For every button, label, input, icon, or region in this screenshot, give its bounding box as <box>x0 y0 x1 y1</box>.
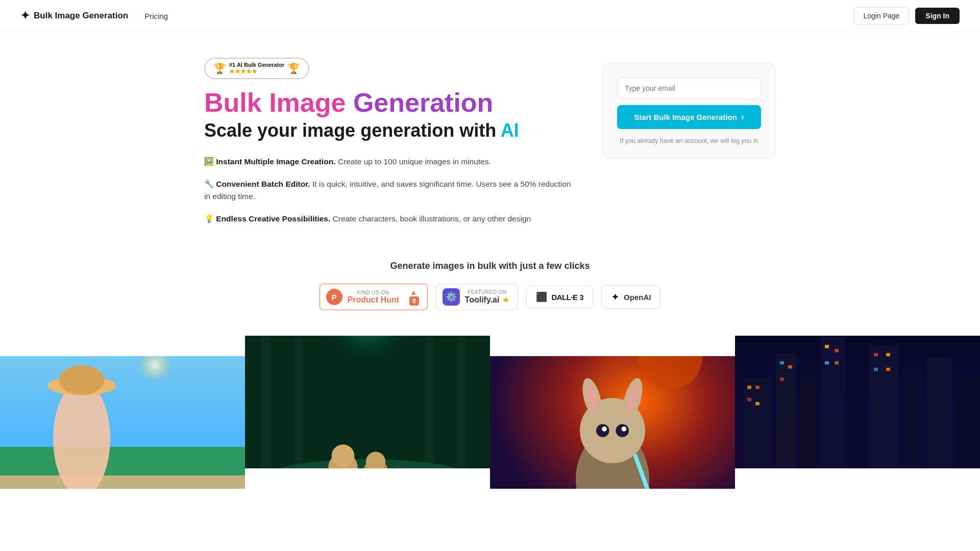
chevron-right-icon: › <box>741 112 744 122</box>
svg-rect-50 <box>902 369 923 468</box>
section-title: Generate images in bulk with just a few … <box>20 261 960 271</box>
svg-rect-53 <box>747 386 751 389</box>
feature-3-icon: 💡 <box>204 214 216 223</box>
signin-button[interactable]: Sign In <box>915 8 960 24</box>
producthunt-badge[interactable]: P FIND US ON Product Hunt ▲ 9 <box>320 284 428 310</box>
toolify-name: Toolify.ai <box>465 295 500 305</box>
svg-rect-55 <box>747 398 751 401</box>
svg-rect-51 <box>927 357 951 468</box>
award-text: #1 AI Bulk Generator <box>229 62 284 68</box>
svg-rect-54 <box>755 386 760 389</box>
pricing-link[interactable]: Pricing <box>144 12 168 20</box>
start-button-label: Start Bulk Image Generation <box>634 113 737 121</box>
producthunt-count: 9 <box>409 296 419 306</box>
svg-point-16 <box>332 445 355 468</box>
svg-rect-62 <box>825 361 829 364</box>
gallery-image-4 <box>735 336 980 468</box>
toolify-star-icon: ★ <box>502 295 509 305</box>
nav-left: ✦ Bulk Image Generation Pricing <box>20 9 168 22</box>
svg-point-34 <box>622 427 627 432</box>
feature-3-bold: Endless Creative Possibilities. <box>216 214 330 223</box>
toolify-icon: ⚙️ <box>443 288 460 306</box>
feature-2-icon: 🔧 <box>204 180 216 188</box>
producthunt-find-label: FIND US ON <box>348 290 399 295</box>
hero-subtitle: Scale your image generation with AI <box>204 119 572 141</box>
title-generation: Generation <box>353 88 494 117</box>
award-stars: ★★★★★ <box>229 68 284 75</box>
dalle-badge: ⬛ DALL·E 3 <box>526 286 593 308</box>
award-wreath-right: 🏆 <box>287 62 300 74</box>
hero-section: 🏆 #1 AI Bulk Generator ★★★★★ 🏆 Bulk Imag… <box>184 32 796 240</box>
hero-content: 🏆 #1 AI Bulk Generator ★★★★★ 🏆 Bulk Imag… <box>204 58 572 225</box>
features-list: 🖼️ Instant Multiple Image Creation. Crea… <box>204 156 572 225</box>
logo[interactable]: ✦ Bulk Image Generation <box>20 9 128 22</box>
svg-rect-59 <box>780 378 784 381</box>
start-button[interactable]: Start Bulk Image Generation › <box>617 105 761 129</box>
producthunt-arrow-icon: ▲ <box>410 288 417 296</box>
logo-icon: ✦ <box>20 9 30 22</box>
feature-3: 💡 Endless Creative Possibilities. Create… <box>204 213 572 225</box>
dalle-icon: ⬛ <box>536 291 547 303</box>
openai-text: OpenAI <box>624 293 651 302</box>
feature-2-bold: Convenient Batch Editor. <box>216 180 310 188</box>
svg-rect-61 <box>835 349 839 352</box>
gallery-item-3 <box>490 356 735 489</box>
svg-rect-11 <box>294 336 302 468</box>
title-bulk: Bulk Image <box>204 88 353 117</box>
svg-rect-52 <box>955 378 980 468</box>
email-input[interactable] <box>617 78 761 99</box>
badges-row: P FIND US ON Product Hunt ▲ 9 ⚙️ FEATURE… <box>20 284 960 310</box>
gallery-image-3 <box>490 356 735 489</box>
svg-rect-58 <box>788 365 792 368</box>
navbar: ✦ Bulk Image Generation Pricing Login Pa… <box>0 0 980 32</box>
producthunt-name: Product Hunt <box>348 295 399 305</box>
subtitle-ai: AI <box>501 120 519 141</box>
gallery-image-2 <box>245 336 490 468</box>
gallery-item-4 <box>735 336 980 468</box>
svg-rect-60 <box>825 345 829 348</box>
svg-rect-12 <box>425 336 434 468</box>
svg-rect-47 <box>821 337 845 468</box>
subtitle-text: Scale your image generation with <box>204 120 501 141</box>
login-button[interactable]: Login Page <box>853 7 909 24</box>
svg-rect-67 <box>886 368 890 371</box>
gallery-image-1 <box>0 356 245 489</box>
feature-3-text: Create characters, book illustrations, o… <box>330 214 531 223</box>
svg-rect-65 <box>886 353 890 356</box>
toolify-badge[interactable]: ⚙️ FEATURED ON Toolify.ai ★ <box>436 284 519 310</box>
feature-1-text: Create up to 100 unique images in minute… <box>336 157 491 166</box>
svg-rect-13 <box>457 337 465 468</box>
feature-2: 🔧 Convenient Batch Editor. It is quick, … <box>204 178 572 203</box>
award-badge: 🏆 #1 AI Bulk Generator ★★★★★ 🏆 <box>204 58 309 79</box>
producthunt-icon: P <box>326 289 342 305</box>
gallery <box>0 336 980 489</box>
openai-icon: ✦ <box>611 291 620 303</box>
signup-card: Start Bulk Image Generation › If you alr… <box>602 63 776 159</box>
svg-rect-44 <box>743 378 772 468</box>
svg-rect-63 <box>835 361 839 364</box>
dalle-text: DALL·E 3 <box>551 293 583 302</box>
svg-rect-10 <box>261 336 271 468</box>
svg-rect-2 <box>0 447 245 480</box>
gallery-item-2 <box>245 336 490 468</box>
svg-rect-3 <box>0 475 245 489</box>
svg-rect-66 <box>874 368 878 371</box>
feature-1-icon: 🖼️ <box>204 157 216 166</box>
award-wreath-left: 🏆 <box>213 62 226 74</box>
svg-point-7 <box>59 365 105 395</box>
svg-rect-57 <box>780 361 784 364</box>
svg-rect-48 <box>849 361 866 468</box>
nav-right: Login Page Sign In <box>853 7 960 24</box>
hero-title: Bulk Image Generation <box>204 88 572 117</box>
svg-rect-49 <box>870 345 898 468</box>
card-note: If you already have an account, we will … <box>617 136 761 146</box>
svg-rect-46 <box>800 369 817 468</box>
gallery-item-1 <box>0 356 245 489</box>
svg-rect-45 <box>776 353 796 468</box>
svg-rect-56 <box>755 402 760 405</box>
svg-rect-64 <box>874 353 878 356</box>
svg-point-33 <box>602 427 607 432</box>
generate-section: Generate images in bulk with just a few … <box>0 240 980 320</box>
feature-1-bold: Instant Multiple Image Creation. <box>216 157 335 166</box>
toolify-featured-label: FEATURED ON <box>465 289 510 295</box>
